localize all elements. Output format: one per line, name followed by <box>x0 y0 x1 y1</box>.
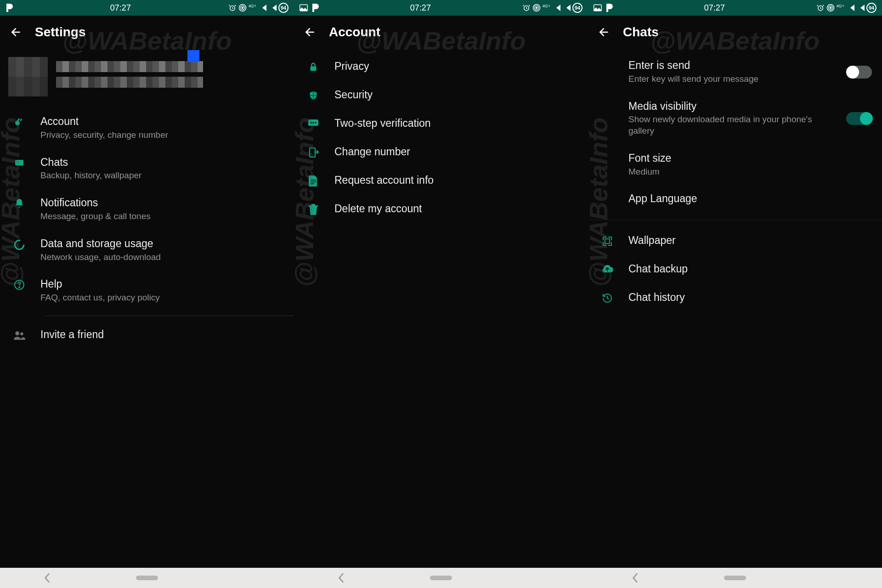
logo-p-icon <box>605 4 613 12</box>
item-title: Two-step verification <box>334 117 578 130</box>
history-icon <box>598 291 616 304</box>
toggle-media-visibility[interactable] <box>846 112 872 125</box>
account-request-info[interactable]: Request account info <box>294 166 588 195</box>
item-title: Notifications <box>40 196 284 210</box>
nav-home-pill[interactable] <box>724 576 746 580</box>
app-bar: Chats <box>588 16 882 49</box>
net-label: 4G+ <box>249 4 256 8</box>
back-icon[interactable] <box>304 26 316 38</box>
signal-icon <box>268 5 277 11</box>
back-icon[interactable] <box>598 26 610 38</box>
item-title: Invite a friend <box>40 328 284 342</box>
app-bar: Account <box>294 16 588 49</box>
item-title: Delete my account <box>334 202 578 216</box>
logo-p-icon <box>6 4 13 12</box>
wallpaper-icon <box>598 234 616 247</box>
page-title: Settings <box>35 25 85 40</box>
battery-badge: 94 <box>572 3 582 13</box>
signal-icon <box>258 5 266 11</box>
account-delete[interactable]: Delete my account <box>294 195 588 223</box>
android-nav-bar <box>0 568 882 588</box>
chats-media-visibility[interactable]: Media visibility Show newly downloaded m… <box>588 92 882 144</box>
account-two-step[interactable]: Two-step verification <box>294 109 588 138</box>
toggle-enter-send[interactable] <box>846 66 872 79</box>
chats-backup[interactable]: Chat backup <box>588 255 882 283</box>
svg-rect-29 <box>605 239 610 243</box>
chats-font-size[interactable]: Font size Medium <box>588 144 882 185</box>
battery-badge: 94 <box>278 3 288 13</box>
chats-wallpaper[interactable]: Wallpaper <box>588 226 882 255</box>
item-sub: Network usage, auto-download <box>40 252 284 263</box>
page-title: Account <box>329 25 380 40</box>
page-title: Chats <box>623 25 659 40</box>
profile-name-blurred <box>56 61 203 92</box>
document-icon <box>304 174 322 187</box>
nav-back-icon[interactable] <box>43 573 51 583</box>
back-icon[interactable] <box>10 26 22 38</box>
svg-point-22 <box>315 122 316 123</box>
svg-point-1 <box>242 7 243 9</box>
svg-point-11 <box>15 331 19 335</box>
svg-point-26 <box>830 7 831 9</box>
settings-data-storage[interactable]: Data and storage usageNetwork usage, aut… <box>0 230 294 271</box>
item-title: Help <box>40 277 284 291</box>
settings-help[interactable]: HelpFAQ, contact us, privacy policy <box>0 270 294 311</box>
nav-home-pill[interactable] <box>136 576 158 580</box>
status-bar: 07:27 4G+ 94 <box>0 0 294 16</box>
item-sub: Medium <box>628 166 872 178</box>
signal-icon <box>846 5 854 11</box>
chats-app-language[interactable]: App Language <box>588 185 882 213</box>
alarm-icon <box>816 4 825 12</box>
nav-home-pill[interactable] <box>430 576 452 580</box>
chats-enter-is-send[interactable]: Enter is send Enter key will send your m… <box>588 51 882 92</box>
screen-chats: @WABetaInfo @WABetaInfo 07:27 4G+ 94 Cha… <box>588 0 882 568</box>
bell-icon <box>10 196 28 209</box>
profile-row[interactable] <box>0 49 294 107</box>
hotspot-icon <box>238 4 247 12</box>
nav-back-icon[interactable] <box>337 573 345 583</box>
svg-rect-23 <box>310 148 315 157</box>
account-privacy[interactable]: Privacy <box>294 52 588 81</box>
item-title: Chats <box>40 156 284 170</box>
chats-history[interactable]: Chat history <box>588 283 882 312</box>
trash-icon <box>304 202 322 215</box>
svg-point-8 <box>15 240 24 249</box>
clock: 07:27 <box>319 3 522 13</box>
key-icon <box>10 115 28 128</box>
item-sub: Backup, history, wallpaper <box>40 170 284 181</box>
alarm-icon <box>228 4 237 12</box>
settings-chats[interactable]: ChatsBackup, history, wallpaper <box>0 148 294 189</box>
account-change-number[interactable]: Change number <box>294 138 588 166</box>
settings-notifications[interactable]: NotificationsMessage, group & call tones <box>0 189 294 230</box>
people-icon <box>10 328 28 341</box>
item-sub: FAQ, contact us, privacy policy <box>40 292 284 304</box>
svg-point-15 <box>536 7 537 9</box>
screen-account: @WABetaInfo @WABetaInfo 07:27 4G+ 94 Acc… <box>294 0 588 568</box>
item-sub: Privacy, security, change number <box>40 130 284 141</box>
status-bar: 07:27 4G+ 94 <box>588 0 882 16</box>
item-sub: Message, group & call tones <box>40 211 284 222</box>
help-icon <box>10 277 28 290</box>
item-title: Account <box>40 115 284 129</box>
screen-settings: @WABetaInfo @WABetaInfo 07:27 4G+ 94 Set… <box>0 0 294 568</box>
shield-icon <box>304 88 322 101</box>
item-title: Request account info <box>334 174 578 187</box>
cloud-upload-icon <box>598 262 616 273</box>
settings-account[interactable]: AccountPrivacy, security, change number <box>0 107 294 148</box>
hotspot-icon <box>532 4 541 12</box>
net-label: 4G+ <box>543 4 550 8</box>
item-sub: Enter key will send your message <box>628 74 834 85</box>
svg-point-21 <box>312 122 314 123</box>
item-title: Enter is send <box>628 59 834 73</box>
item-title: Wallpaper <box>628 234 872 248</box>
data-usage-icon <box>10 237 28 251</box>
pin-icon <box>304 117 322 127</box>
item-title: Chat backup <box>628 262 872 276</box>
section-divider <box>588 220 882 220</box>
image-icon <box>300 4 308 11</box>
nav-back-icon[interactable] <box>631 573 639 583</box>
hotspot-icon <box>826 4 835 12</box>
account-security[interactable]: Security <box>294 81 588 109</box>
settings-invite[interactable]: Invite a friend <box>0 321 294 349</box>
sim-swap-icon <box>304 145 322 159</box>
